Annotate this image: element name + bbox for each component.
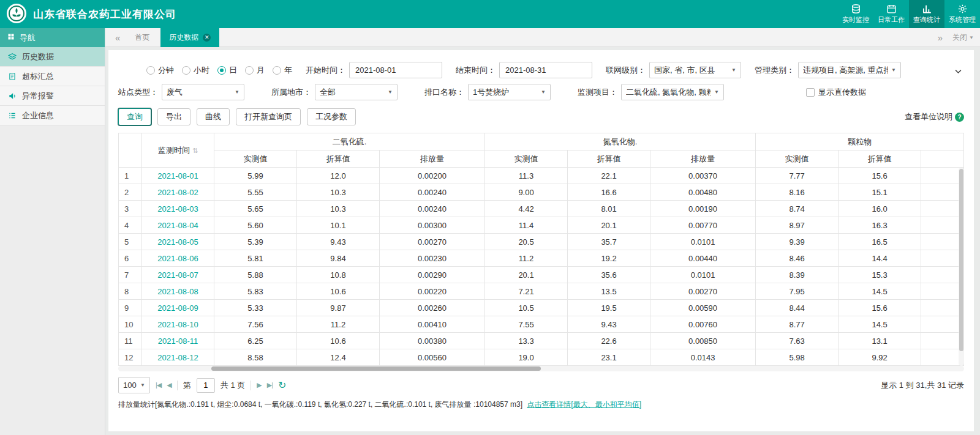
data-cell: 22.1 (568, 168, 650, 184)
data-cell: 7.95 (756, 283, 839, 300)
date-link[interactable]: 2021-08-01 (157, 171, 198, 180)
date-link[interactable]: 2021-08-06 (157, 254, 198, 263)
help-icon: ? (955, 113, 964, 122)
table-row: 42021-08-045.6010.10.0030011.420.10.0077… (119, 217, 964, 234)
data-cell: 7.55 (485, 316, 568, 333)
nav-item-daily-work[interactable]: 日常工作 (873, 0, 909, 28)
sidebar-item-company-info[interactable]: 企业信息 (0, 106, 105, 125)
total-pages-label: 共 1 页 (221, 380, 245, 391)
row-index: 5 (119, 234, 142, 250)
data-cell: 9.00 (485, 184, 568, 201)
data-cell: 16.0 (839, 201, 921, 217)
caret-down-icon: ▼ (714, 89, 719, 95)
sidebar-item-history-data[interactable]: 历史数据 (0, 47, 105, 67)
tab-history-data[interactable]: 历史数据 ✕ (160, 28, 219, 47)
radio-circle-icon (245, 66, 254, 75)
start-time-label: 开始时间： (306, 65, 345, 76)
table-sub-header-row: 实测值 折算值 排放量 实测值 折算值 排放量 实测值 折算值 (119, 151, 964, 168)
sidebar-item-abnormal-alarm[interactable]: 异常报警 (0, 86, 105, 106)
page-size-value: 100 (123, 381, 137, 390)
close-all-tabs-button[interactable]: 关闭 ▼ (952, 32, 974, 43)
horizontal-scrollbar-thumb[interactable] (211, 366, 541, 371)
refresh-icon[interactable]: ↻ (278, 379, 286, 391)
pager-divider (251, 381, 251, 390)
vertical-scrollbar[interactable] (959, 168, 964, 366)
tabs-scroll-left-icon[interactable]: « (111, 32, 124, 43)
data-cell: 0.0101 (650, 234, 756, 250)
data-cell: 8.58 (214, 349, 297, 366)
data-table-wrap: 监测时间⇅ 二氧化硫. 氮氧化物. 颗粒物 实测值 折算值 排放量 实测值 折算… (118, 133, 964, 366)
monitor-time-cell: 2021-08-03 (142, 201, 214, 217)
first-page-button[interactable]: |◀ (156, 381, 161, 389)
sidebar-item-exceed-summary[interactable]: 超标汇总 (0, 67, 105, 86)
data-cell: 0.00290 (380, 267, 485, 283)
nav-item-system-manage[interactable]: 系统管理 (944, 0, 980, 28)
radio-circle-icon (182, 66, 190, 75)
unit-explanation-link[interactable]: 查看单位说明 ? (905, 111, 964, 122)
site-type-select[interactable]: 废气 ▼ (162, 84, 244, 100)
vertical-scrollbar-thumb[interactable] (959, 169, 963, 351)
network-level-select[interactable]: 国家, 省, 市, 区县 ▼ (649, 62, 741, 78)
manage-type-select[interactable]: 违规项目, 高架源, 重点排放 ▼ (798, 62, 901, 78)
date-link[interactable]: 2021-08-11 (158, 336, 198, 346)
date-link[interactable]: 2021-08-05 (157, 237, 198, 247)
collapse-filters-icon[interactable] (954, 67, 963, 78)
query-button[interactable]: 查询 (118, 108, 151, 125)
date-link[interactable]: 2021-08-10 (157, 320, 198, 329)
top-nav: 实时监控 日常工作 查询统计 系统管理 (838, 0, 980, 28)
caret-down-icon: ▼ (388, 89, 393, 95)
radio-day[interactable]: 日 (217, 65, 237, 76)
manage-type-group: 管理类别： 违规项目, 高架源, 重点排放 ▼ (755, 62, 901, 78)
date-link[interactable]: 2021-08-09 (157, 303, 198, 313)
time-header[interactable]: 监测时间⇅ (142, 133, 214, 168)
prev-page-button[interactable]: ◀ (167, 381, 171, 389)
direct-data-checkbox[interactable]: 显示直传数据 (806, 87, 866, 98)
data-cell: 15.1 (839, 184, 921, 201)
group-header-nox: 氮氧化物. (485, 133, 756, 151)
nav-item-label: 系统管理 (949, 15, 976, 24)
date-link[interactable]: 2021-08-04 (157, 221, 198, 230)
date-link[interactable]: 2021-08-03 (157, 204, 198, 214)
data-cell: 5.39 (214, 234, 297, 250)
selected-value: 废气 (167, 87, 183, 98)
radio-hour[interactable]: 小时 (182, 65, 209, 76)
sort-icon[interactable]: ⇅ (192, 147, 198, 154)
page-size-select[interactable]: 100 ▼ (118, 377, 150, 393)
export-button[interactable]: 导出 (157, 108, 190, 125)
date-link[interactable]: 2021-08-08 (157, 287, 198, 296)
nav-item-query-stats[interactable]: 查询统计 (909, 0, 944, 28)
monitor-item-select[interactable]: 二氧化硫, 氮氧化物, 颗粒物 ▼ (621, 84, 724, 100)
date-link[interactable]: 2021-08-02 (157, 188, 198, 197)
monitor-time-cell: 2021-08-02 (142, 184, 214, 201)
city-select[interactable]: 全部 ▼ (315, 84, 398, 100)
data-cell: 0.00260 (380, 300, 485, 316)
tab-close-icon[interactable]: ✕ (203, 34, 211, 42)
start-time-input[interactable] (349, 62, 442, 78)
radio-label: 月 (257, 65, 265, 76)
stats-detail-link[interactable]: 点击查看详情[最大、最小和平均值] (527, 400, 641, 409)
date-link[interactable]: 2021-08-12 (157, 353, 198, 362)
working-params-button[interactable]: 工况参数 (307, 108, 356, 125)
horizontal-scrollbar[interactable] (118, 366, 964, 371)
last-page-button[interactable]: ▶| (267, 381, 273, 389)
data-cell: 9.87 (297, 300, 380, 316)
radio-year[interactable]: 年 (273, 65, 292, 76)
radio-minute[interactable]: 分钟 (146, 65, 174, 76)
tab-home[interactable]: 首页 (126, 28, 158, 47)
list-icon (8, 111, 17, 120)
end-time-input[interactable] (499, 62, 592, 78)
content-panel: 分钟 小时 日 月 年 开始时间： 结束时间： (108, 50, 974, 431)
next-page-button[interactable]: ▶ (257, 381, 261, 389)
monitor-time-cell: 2021-08-05 (142, 234, 214, 250)
page-number-input[interactable] (197, 378, 215, 393)
nav-item-realtime-monitor[interactable]: 实时监控 (838, 0, 873, 28)
data-cell: 5.98 (756, 349, 839, 366)
date-link[interactable]: 2021-08-07 (157, 270, 198, 280)
open-new-query-button[interactable]: 打开新查询页 (236, 108, 301, 125)
group-header-pm: 颗粒物 (756, 133, 964, 151)
radio-month[interactable]: 月 (245, 65, 265, 76)
curve-button[interactable]: 曲线 (197, 108, 230, 125)
data-cell: 11.3 (485, 168, 568, 184)
tabs-scroll-right-icon[interactable]: » (934, 32, 946, 43)
outlet-select[interactable]: 1号焚烧炉 ▼ (468, 84, 551, 100)
